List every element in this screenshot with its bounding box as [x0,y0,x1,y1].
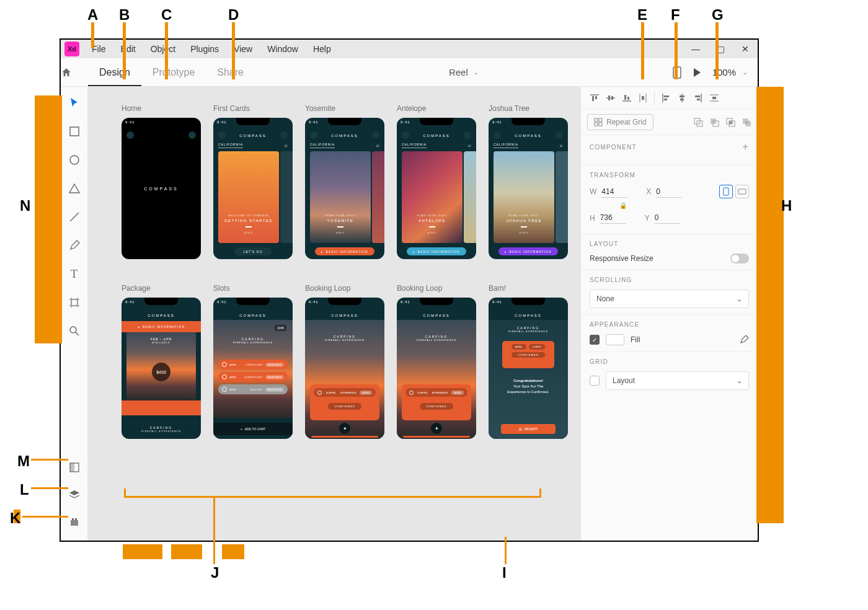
align-right[interactable] [691,91,706,105]
svg-point-3 [70,156,79,164]
grid-checkbox[interactable] [590,376,600,386]
boolean-subtract[interactable] [709,117,719,127]
svg-rect-18 [72,518,74,520]
svg-rect-45 [599,118,602,122]
layers-panel-button[interactable] [67,487,82,502]
mode-design[interactable]: Design [88,58,141,86]
artboard[interactable]: Package9:41COMPASS◂BASIC INFORMATIONFEB … [122,284,201,439]
artboard[interactable]: First Cards9:41COMPASSCALIFORNIA⌕WELCOME… [213,104,293,259]
scrolling-select[interactable]: None ⌄ [590,290,749,308]
artboard-label[interactable]: Bam! [489,284,568,293]
menu-object[interactable]: Object [143,44,183,54]
y-input[interactable] [655,212,681,224]
artboard[interactable]: Booking Loop9:41COMPASSCARFINGFIREFALL E… [397,284,476,439]
mode-prototype[interactable]: Prototype [141,58,206,86]
orientation-portrait[interactable] [719,185,733,198]
chevron-down-icon[interactable]: ⌄ [473,68,479,76]
artboard-label[interactable]: Package [122,284,201,293]
tool-ellipse[interactable] [67,152,82,167]
window-minimize[interactable]: — [683,44,708,54]
layers-icon [69,490,80,500]
artboard[interactable]: Bam!9:41COMPASSCARFINGFIREFALL EXPERIENC… [489,284,568,439]
artboard[interactable]: Booking Loop9:41COMPASSCARFINGFIREFALL E… [305,284,384,439]
tool-polygon[interactable] [67,181,82,196]
menu-window[interactable]: Window [260,44,306,54]
artboard-label[interactable]: Slots [213,284,293,293]
svg-rect-17 [70,463,74,472]
menu-file[interactable]: File [84,44,113,54]
zoom-chevron-icon[interactable]: ⌄ [742,68,748,76]
callout-M: M [17,453,30,470]
scrolling-value: None [596,294,614,303]
fill-checkbox[interactable]: ✓ [590,335,600,345]
tool-select[interactable] [67,95,82,110]
boolean-exclude[interactable] [742,117,751,127]
artboard[interactable]: Home9:41COMPASS [122,104,201,259]
boolean-intersect[interactable] [725,117,735,127]
tool-text[interactable]: T [67,267,82,281]
align-vcenter[interactable] [603,91,618,105]
svg-rect-40 [697,99,700,100]
grid-select[interactable]: Layout ⌄ [606,371,749,390]
align-left[interactable] [658,91,673,105]
align-top[interactable] [587,91,602,105]
artboard[interactable]: Slots9:41COMPASS1045CARFINGFIREFALL EXPE… [213,284,293,439]
layout-section-label: LAYOUT [590,241,618,247]
artboard[interactable]: Yosemite9:41COMPASSCALIFORNIA⌕PLAN YOUR … [305,104,384,259]
add-component-button[interactable]: + [742,141,749,152]
tool-rectangle[interactable] [67,124,82,139]
tool-zoom[interactable] [67,324,82,338]
properties-panel: Repeat Grid COMPONENT + TRANSFORM [580,87,758,541]
height-input[interactable] [600,212,626,224]
tool-artboard[interactable] [67,295,82,310]
plugins-panel-button[interactable] [67,515,82,529]
svg-rect-2 [70,127,79,136]
eyedropper-button[interactable] [739,335,749,345]
mode-share[interactable]: Share [206,58,255,86]
distribute-h[interactable] [707,91,722,105]
boolean-add[interactable] [693,117,703,127]
lock-aspect-icon[interactable]: 🔒 [619,202,627,209]
width-input[interactable] [601,186,627,198]
doc-title[interactable]: Reel [449,67,468,77]
x-label: X [646,187,651,196]
artboard-label[interactable]: First Cards [213,104,293,113]
artboard-label[interactable]: Home [122,104,201,113]
orientation-landscape[interactable] [735,185,749,198]
height-label: H [590,214,595,223]
artboard[interactable]: Antelope9:41COMPASSCALIFORNIA⌕PLAN YOUR … [397,104,476,259]
play-preview-button[interactable] [693,68,701,77]
phone-frame: 9:41COMPASSCALIFORNIA⌕PLAN YOUR VISITJOS… [489,118,568,259]
artboard-label[interactable]: Booking Loop [397,284,476,293]
align-bottom[interactable] [619,91,634,105]
artboard-label[interactable]: Booking Loop [305,284,384,293]
artboard-label[interactable]: Antelope [397,104,476,113]
tool-line[interactable] [67,210,82,224]
artboard[interactable]: Joshua Tree9:41COMPASSCALIFORNIA⌕PLAN YO… [489,104,568,259]
tool-pen[interactable] [67,238,82,253]
canvas-pasteboard[interactable]: Home9:41COMPASSFirst Cards9:41COMPASSCAL… [88,87,580,541]
align-hcenter[interactable] [675,91,689,105]
home-button[interactable] [61,67,88,78]
grid-icon [594,118,603,126]
menu-plugins[interactable]: Plugins [183,44,226,54]
fill-swatch[interactable] [606,334,624,345]
svg-rect-27 [624,95,626,100]
responsive-resize-label: Responsive Resize [590,254,653,263]
artboard-label[interactable]: Yosemite [305,104,384,113]
window-close[interactable]: ✕ [733,44,758,54]
svg-rect-44 [595,118,598,122]
menu-help[interactable]: Help [306,44,339,54]
svg-rect-5 [71,299,78,306]
phone-frame: 9:41COMPASSCARFINGFIREFALL EXPERIENCE14 … [397,298,476,439]
assets-panel-button[interactable] [67,460,82,475]
repeat-grid-button[interactable]: Repeat Grid [587,114,653,130]
window-maximize[interactable]: ▢ [708,44,733,54]
phone-frame: 9:41COMPASSCARFINGFIREFALL EXPERIENCEAPR… [489,298,568,439]
svg-rect-39 [695,95,700,97]
responsive-resize-toggle[interactable] [730,254,749,263]
artboard-label[interactable]: Joshua Tree [489,104,568,113]
menu-edit[interactable]: Edit [113,44,143,54]
distribute-v[interactable] [636,91,650,105]
x-input[interactable] [656,186,682,198]
